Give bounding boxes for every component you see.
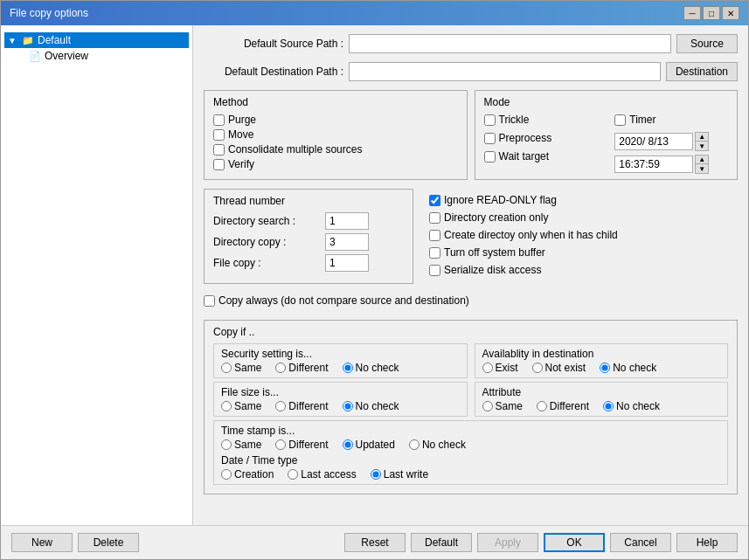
attr-same-label: Same	[496, 400, 523, 412]
method-mode-row: Method Purge Move Consolidate multiple s…	[204, 90, 738, 180]
avail-exist-radio[interactable]	[482, 363, 493, 373]
security-nocheck-radio[interactable]	[343, 363, 353, 373]
datetime-radio-group: Creation Last access Last write	[221, 468, 720, 480]
ok-button[interactable]: OK	[544, 533, 605, 552]
source-label: Default Source Path :	[204, 38, 343, 50]
security-same-radio[interactable]	[221, 363, 232, 373]
filesize-attribute-row: File size is... Same Different	[213, 382, 728, 420]
source-path-input[interactable]	[349, 34, 671, 53]
bottom-right-buttons: Reset Default Apply OK Cancel Help	[344, 533, 738, 552]
security-different-radio[interactable]	[275, 363, 286, 373]
security-same-item: Same	[221, 362, 261, 374]
maximize-button[interactable]: □	[703, 6, 720, 20]
dt-lastaccess-radio[interactable]	[288, 469, 298, 480]
ignore-readonly-label: Ignore READ-ONLY flag	[444, 194, 557, 206]
attr-same-radio[interactable]	[482, 401, 493, 411]
copy-always-checkbox-row: Copy always (do not compare source and d…	[204, 294, 738, 307]
reset-button[interactable]: Reset	[344, 533, 406, 552]
dt-lastwrite-label: Last write	[384, 468, 428, 480]
attr-nocheck-radio[interactable]	[603, 401, 614, 411]
availability-radio-group: Exist Not exist No check	[482, 362, 721, 374]
turn-off-buffer-checkbox[interactable]	[429, 247, 440, 259]
apply-button[interactable]: Apply	[477, 533, 538, 552]
purge-row: Purge	[213, 114, 458, 126]
page-icon: 📄	[29, 51, 41, 62]
dt-creation-radio[interactable]	[221, 469, 232, 480]
avail-notexist-radio[interactable]	[532, 363, 543, 373]
date-spin-up[interactable]: ▲	[696, 133, 708, 142]
copy-if-section: Copy if .. Security setting is... Same	[204, 320, 738, 494]
default-button[interactable]: Default	[411, 533, 472, 552]
main-panel: Default Source Path : Source Default Des…	[193, 25, 748, 525]
source-button[interactable]: Source	[676, 34, 738, 53]
serialize-disk-checkbox[interactable]	[429, 265, 440, 276]
sidebar-item-overview[interactable]: 📄 Overview	[25, 48, 189, 64]
timer-checkbox[interactable]	[614, 114, 626, 126]
avail-nocheck-label: No check	[613, 362, 656, 374]
date-input[interactable]	[614, 133, 693, 150]
attr-nocheck-item: No check	[603, 400, 660, 412]
time-input[interactable]	[614, 156, 693, 173]
copy-always-checkbox[interactable]	[204, 295, 215, 307]
filesize-same-label: Same	[234, 400, 261, 412]
dt-lastwrite-radio[interactable]	[371, 469, 381, 480]
dir-search-input[interactable]	[325, 212, 369, 230]
security-different-label: Different	[288, 362, 328, 374]
ignore-readonly-checkbox[interactable]	[429, 195, 440, 206]
file-copy-input[interactable]	[325, 254, 369, 272]
copy-always-row: Copy always (do not compare source and d…	[204, 294, 738, 309]
dir-creation-only-checkbox[interactable]	[429, 212, 440, 224]
source-path-row: Default Source Path : Source	[204, 34, 738, 53]
serialize-disk-row: Serialize disk access	[429, 264, 729, 276]
sidebar-item-default[interactable]: ▼ 📁 Default	[4, 32, 189, 48]
file-copy-row: File copy :	[213, 254, 404, 272]
filesize-different-item: Different	[275, 400, 328, 412]
filesize-different-radio[interactable]	[275, 401, 286, 411]
preprocess-checkbox[interactable]	[484, 133, 496, 144]
close-button[interactable]: ✕	[722, 6, 739, 20]
delete-button[interactable]: Delete	[78, 533, 139, 552]
dest-button[interactable]: Destination	[666, 62, 738, 81]
turn-off-buffer-row: Turn off system buffer	[429, 246, 729, 259]
avail-nocheck-radio[interactable]	[600, 363, 610, 373]
cancel-button[interactable]: Cancel	[610, 533, 671, 552]
sidebar-overview-label: Overview	[45, 50, 88, 62]
move-checkbox[interactable]	[213, 129, 225, 141]
timestamp-section: Time stamp is... Same Different Updat	[213, 420, 728, 485]
date-spin[interactable]: ▲ ▼	[695, 132, 709, 151]
consolidate-checkbox[interactable]	[213, 144, 225, 156]
attr-same-item: Same	[482, 400, 523, 412]
attribute-section: Attribute Same Different	[475, 382, 729, 417]
ts-same-radio[interactable]	[221, 439, 232, 450]
move-label: Move	[228, 128, 253, 141]
verify-checkbox[interactable]	[213, 159, 225, 170]
attribute-title: Attribute	[482, 386, 721, 398]
minimize-button[interactable]: ─	[683, 6, 701, 20]
attr-different-radio[interactable]	[537, 401, 547, 411]
time-spin-down[interactable]: ▼	[696, 164, 708, 173]
datetime-title: Date / Time type	[221, 454, 720, 467]
timer-label: Timer	[629, 114, 655, 126]
dir-copy-label: Directory copy :	[213, 236, 318, 248]
time-spin-up[interactable]: ▲	[696, 156, 708, 164]
title-bar: File copy options ─ □ ✕	[1, 1, 748, 25]
trickle-checkbox[interactable]	[484, 114, 496, 126]
ts-nocheck-radio[interactable]	[409, 439, 420, 450]
file-copy-label: File copy :	[213, 257, 318, 269]
filesize-same-radio[interactable]	[221, 401, 232, 411]
dt-creation-item: Creation	[221, 468, 274, 480]
date-spin-down[interactable]: ▼	[696, 142, 708, 150]
time-spin[interactable]: ▲ ▼	[695, 155, 709, 174]
purge-checkbox[interactable]	[213, 114, 225, 126]
new-button[interactable]: New	[11, 533, 73, 552]
ts-different-radio[interactable]	[275, 439, 286, 450]
dest-path-input[interactable]	[349, 62, 661, 81]
dir-copy-input[interactable]	[325, 233, 369, 251]
ts-updated-radio[interactable]	[343, 439, 353, 450]
filesize-nocheck-radio[interactable]	[343, 401, 353, 411]
create-dir-child-checkbox[interactable]	[429, 230, 440, 241]
wait-target-checkbox[interactable]	[484, 151, 496, 162]
security-different-item: Different	[275, 362, 328, 374]
avail-notexist-label: Not exist	[545, 362, 586, 374]
help-button[interactable]: Help	[676, 533, 738, 552]
